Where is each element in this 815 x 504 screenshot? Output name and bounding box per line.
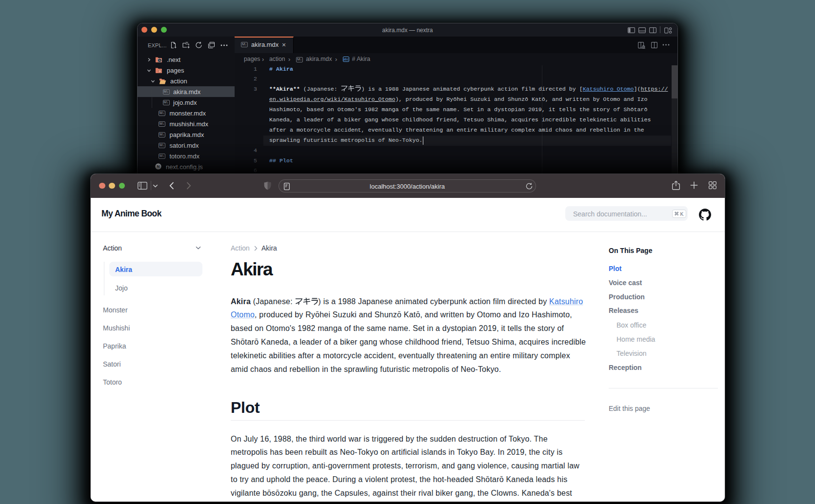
svg-text:N: N — [157, 164, 159, 169]
svg-text:abc: abc — [343, 58, 349, 61]
svg-text:N: N — [159, 58, 160, 61]
